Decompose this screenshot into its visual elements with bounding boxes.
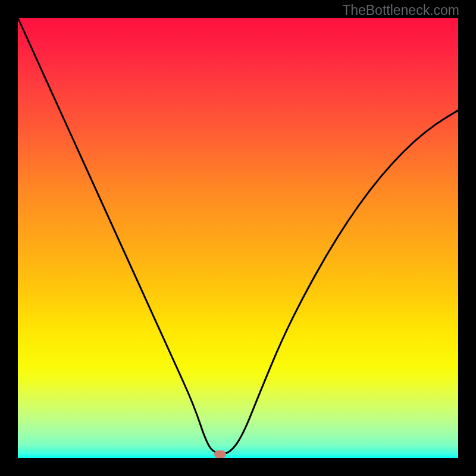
watermark-text: TheBottleneck.com bbox=[342, 2, 459, 18]
optimal-point-marker bbox=[214, 450, 226, 458]
bottleneck-curve bbox=[18, 18, 458, 458]
chart-frame: TheBottleneck.com bbox=[0, 0, 476, 476]
plot-area bbox=[18, 18, 458, 458]
